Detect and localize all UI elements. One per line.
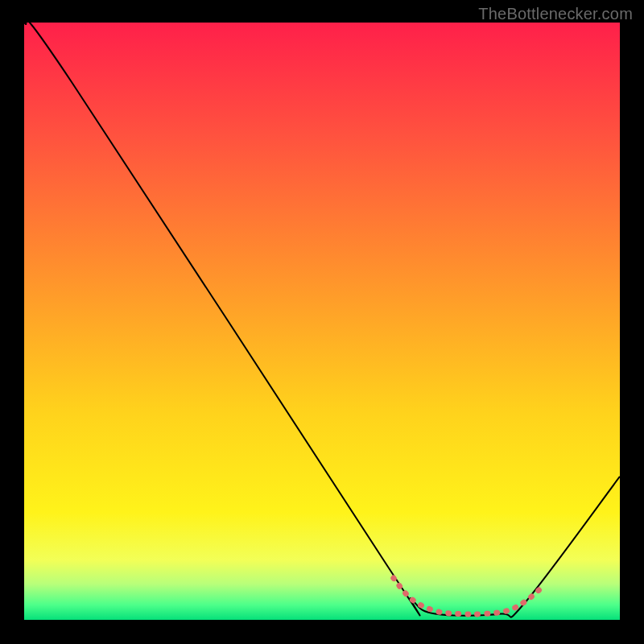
chart-svg	[24, 23, 620, 620]
chart-background	[24, 23, 620, 620]
watermark-text: TheBottlenecker.com	[478, 5, 633, 23]
chart-container	[24, 23, 620, 620]
